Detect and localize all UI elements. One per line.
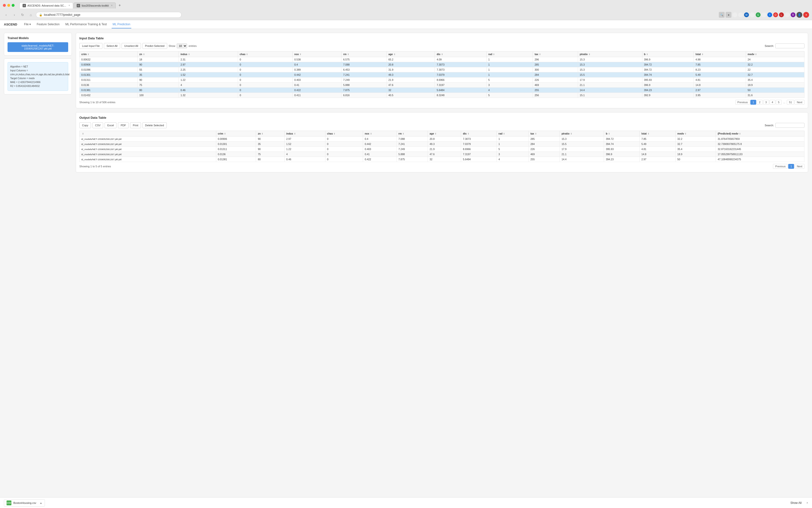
output-col-header[interactable]: lstat⇕ [640,131,676,136]
excel-button[interactable]: Excel [105,122,116,128]
output-previous-page-button[interactable]: Previous [773,164,788,169]
table-row[interactable]: 0.01096552.2500.3896.45331.97.3073130015… [80,67,805,72]
table-row[interactable]: 0.01301351.5200.4427.24149.37.0379128415… [80,72,805,78]
page-number-button[interactable]: 4 [769,100,775,105]
output-col-header[interactable]: (Predicted) medv⇕ [716,131,805,136]
output-col-header[interactable]: age⇕ [428,131,461,136]
input-col-header[interactable]: rm⇕ [341,51,387,57]
nav-ml-performance[interactable]: ML Performance Training & Test [64,20,108,29]
table-row[interactable]: id_models/NET-1559052581267.pkl.pkl0.013… [80,152,805,157]
unselect-all-button[interactable]: Unselect All [122,43,141,49]
output-col-header[interactable]: rm⇕ [396,131,428,136]
ext-icon-4[interactable] [750,12,755,17]
output-col-header[interactable]: rad⇕ [497,131,529,136]
previous-page-button[interactable]: Previous [735,100,750,105]
ext-icon-7[interactable]: f [767,12,772,17]
delete-selected-button[interactable]: Delete Selected [142,122,167,128]
page-number-button[interactable]: 3 [763,100,769,105]
table-row[interactable]: 0.014321001.3200.4116.81640.58.324852561… [80,93,805,98]
tab-close-2[interactable]: × [111,4,112,7]
minimize-window-button[interactable] [7,4,10,7]
table-row[interactable]: 0.00906902.9700.47.08820.87.3073128515.3… [80,62,805,67]
table-row[interactable]: id_models/NET-1559052581267.pkl.pkl0.013… [80,157,805,162]
file-menu[interactable]: File ▾ [23,20,32,29]
tab-add-button[interactable]: + [116,2,123,9]
maximize-window-button[interactable] [12,4,14,7]
predict-selected-button[interactable]: Predict Selected [142,43,167,49]
pdf-button[interactable]: PDF [118,122,129,128]
input-col-header[interactable]: indus⇕ [179,51,238,57]
download-bar-close-button[interactable]: × [806,501,808,505]
next-page-button[interactable]: Next [795,100,805,105]
ext-icon-9[interactable]: L [779,12,784,17]
output-col-header[interactable]: crim⇕ [216,131,256,136]
page-number-button[interactable]: 5 [776,100,782,105]
output-page-number-button[interactable]: 1 [788,164,794,169]
page-number-button[interactable]: 2 [757,100,763,105]
ext-icon-6[interactable] [762,12,766,17]
input-col-header[interactable]: b⇕ [642,51,694,57]
user-avatar[interactable]: 👤 [797,12,802,18]
page-number-button[interactable]: 1 [750,100,756,105]
input-col-header[interactable]: chas⇕ [238,51,292,57]
output-col-header[interactable]: b⇕ [604,131,640,136]
output-col-header[interactable]: nox⇕ [363,131,396,136]
load-input-button[interactable]: Load Input File [79,43,102,49]
input-col-header[interactable]: medv⇕ [746,51,804,57]
download-file-item[interactable]: CSV BostonHousing.csv ▲ [4,499,45,507]
output-search-input[interactable] [775,123,805,128]
input-col-header[interactable]: age⇕ [387,51,435,57]
tab-active[interactable]: A ASCENDS: Advanced data SC... × [19,2,73,8]
output-col-header[interactable]: indus⇕ [284,131,325,136]
input-col-header[interactable]: nox⇕ [292,51,341,57]
show-all-button[interactable]: Show All [791,501,802,505]
tab-inactive[interactable]: ⊙ liza183/ascends-toolkit × [74,2,115,8]
nav-ml-prediction[interactable]: ML Prediction [112,20,131,29]
input-col-header[interactable]: tax⇕ [533,51,578,57]
input-col-header[interactable]: lstat⇕ [694,51,746,57]
input-col-header[interactable]: rad⇕ [487,51,533,57]
address-bar[interactable]: 🔒 localhost:7777/predict_page [36,12,182,18]
output-col-header[interactable]: tax⇕ [529,131,560,136]
ext-icon-11[interactable]: R [791,12,796,17]
tab-close-1[interactable]: × [69,4,70,7]
output-col-header[interactable]: zn⇕ [256,131,284,136]
nav-feature-selection[interactable]: Feature Selection [36,20,60,29]
ext-icon-1[interactable] [732,12,737,17]
ext-icon-2[interactable] [738,12,743,17]
refresh-button[interactable]: ↻ [19,12,26,18]
table-row[interactable]: 0.01381800.4600.4227.875325.6484425514.4… [80,88,805,93]
input-col-header[interactable]: crim⇕ [80,51,138,57]
home-button[interactable]: ⌂ [28,12,34,18]
table-row[interactable]: id_models/NET-1559052581267.pkl.pkl0.009… [80,136,805,141]
output-col-header[interactable]: medv⇕ [676,131,716,136]
back-button[interactable]: ‹ [3,12,9,18]
ext-icon-5[interactable]: G [756,12,761,17]
close-window-button[interactable] [3,4,6,7]
table-row[interactable]: id_models/NET-1559052581267.pkl.pkl0.013… [80,141,805,147]
forward-button[interactable]: › [11,12,17,18]
bookmark-icon[interactable]: ★ [726,12,731,18]
model-select-button[interactable]: static/learned_models/NET-1559052581267.… [7,42,68,52]
csv-button[interactable]: CSV [92,122,103,128]
output-col-header[interactable]: chas⇕ [325,131,363,136]
table-row[interactable]: 0.00632182.3100.5386.57565.24.09129615.3… [80,57,805,62]
print-button[interactable]: Print [130,122,141,128]
output-col-header[interactable]: ptratio⇕ [560,131,604,136]
ext-icon-10[interactable] [785,12,790,17]
ext-icon-8[interactable]: O [773,12,778,17]
table-row[interactable]: id_models/NET-1559052581267.pkl.pkl0.013… [80,147,805,152]
show-entries-select[interactable]: 102550 [177,43,187,48]
input-col-header[interactable]: dis⇕ [435,51,487,57]
table-row[interactable]: 0.013675400.415.88847.67.3197346921.1396… [80,83,805,88]
table-row[interactable]: 0.01311901.2200.4037.24921.98.6966522617… [80,78,805,83]
input-search-input[interactable] [775,43,805,48]
search-icon[interactable]: 🔍 [719,12,725,18]
select-all-button[interactable]: Select All [104,43,120,49]
output-col-header[interactable]: ⇕ [80,131,216,136]
input-col-header[interactable]: ptratio⇕ [578,51,642,57]
output-col-header[interactable]: dis⇕ [461,131,497,136]
menu-icon[interactable]: ✦ [803,12,809,18]
input-col-header[interactable]: zn⇕ [137,51,179,57]
copy-button[interactable]: Copy [79,122,91,128]
